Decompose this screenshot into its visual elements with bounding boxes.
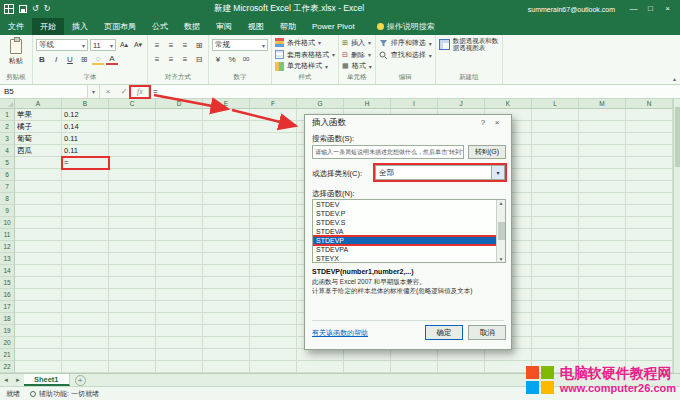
cell-C8[interactable] <box>109 193 156 205</box>
category-select[interactable]: 全部 ▾ <box>375 165 505 180</box>
cell-B18[interactable] <box>62 313 109 325</box>
cell-M14[interactable] <box>579 265 626 277</box>
cell-B17[interactable] <box>62 301 109 313</box>
cell-C5[interactable] <box>109 157 156 169</box>
row-header-20[interactable]: 20 <box>0 337 15 349</box>
align-bottom-icon[interactable]: ≡ <box>179 39 191 51</box>
cell-A13[interactable] <box>15 253 62 265</box>
cell-L17[interactable] <box>532 301 579 313</box>
conditional-formatting-button[interactable]: 条件格式 ▾ <box>275 37 335 49</box>
cell-A11[interactable] <box>15 229 62 241</box>
cell-L13[interactable] <box>532 253 579 265</box>
cell-N7[interactable] <box>626 181 673 193</box>
function-item-stdeva[interactable]: STDEVA <box>313 227 498 236</box>
font-size-select[interactable]: 11 ▾ <box>90 39 116 51</box>
tell-me-box[interactable]: 操作说明搜索 <box>377 18 435 35</box>
cell-L3[interactable] <box>532 133 579 145</box>
row-header-2[interactable]: 2 <box>0 121 15 133</box>
cell-A5[interactable] <box>15 157 62 169</box>
cell-C16[interactable] <box>109 289 156 301</box>
cell-F8[interactable] <box>250 193 297 205</box>
formula-input[interactable]: = <box>149 85 680 98</box>
fill-color-icon[interactable]: ◌ <box>92 53 104 65</box>
cell-M20[interactable] <box>579 337 626 349</box>
cell-G21[interactable] <box>297 349 344 361</box>
cell-F6[interactable] <box>250 169 297 181</box>
cell-K21[interactable] <box>485 349 532 361</box>
cell-A10[interactable] <box>15 217 62 229</box>
italic-icon[interactable]: I <box>50 53 62 65</box>
scroll-down-icon[interactable]: ▼ <box>499 256 504 262</box>
cell-E18[interactable] <box>203 313 250 325</box>
close-button[interactable]: × <box>659 0 676 18</box>
cell-A8[interactable] <box>15 193 62 205</box>
cell-F15[interactable] <box>250 277 297 289</box>
cell-E7[interactable] <box>203 181 250 193</box>
cell-I21[interactable] <box>391 349 438 361</box>
function-item-stdev-s[interactable]: STDEV.S <box>313 218 498 227</box>
cell-F13[interactable] <box>250 253 297 265</box>
column-header-L[interactable]: L <box>532 99 579 109</box>
undo-icon[interactable]: ↺ <box>32 5 39 13</box>
tab-formulas[interactable]: 公式 <box>144 18 176 35</box>
cell-D16[interactable] <box>156 289 203 301</box>
name-box-dropdown-icon[interactable]: ▾ <box>88 85 100 98</box>
decimal-format-icon[interactable]: 00 <box>240 53 252 65</box>
cell-F20[interactable] <box>250 337 297 349</box>
row-header-19[interactable]: 19 <box>0 325 15 337</box>
cell-D22[interactable] <box>156 361 203 373</box>
tab-view[interactable]: 视图 <box>240 18 272 35</box>
accessibility-status[interactable]: 辅助功能: 一切就绪 <box>30 389 99 399</box>
cell-C15[interactable] <box>109 277 156 289</box>
cell-A6[interactable] <box>15 169 62 181</box>
cell-M3[interactable] <box>579 133 626 145</box>
align-top-icon[interactable]: ≡ <box>151 39 163 51</box>
cell-L12[interactable] <box>532 241 579 253</box>
name-box[interactable]: B5 <box>0 85 88 98</box>
insert-function-button[interactable]: fx <box>132 85 148 98</box>
column-header-A[interactable]: A <box>15 99 62 109</box>
cell-C6[interactable] <box>109 169 156 181</box>
cell-M15[interactable] <box>579 277 626 289</box>
function-help-link[interactable]: 有关该函数的帮助 <box>312 328 368 338</box>
cell-N2[interactable] <box>626 121 673 133</box>
cell-A12[interactable] <box>15 241 62 253</box>
align-middle-icon[interactable]: ≡ <box>165 39 177 51</box>
cell-L20[interactable] <box>532 337 579 349</box>
dialog-title-bar[interactable]: 插入函数 ? × <box>305 115 511 130</box>
column-header-J[interactable]: J <box>438 99 485 109</box>
cell-A17[interactable] <box>15 301 62 313</box>
cell-D2[interactable] <box>156 121 203 133</box>
font-name-select[interactable]: 等线 ▾ <box>36 39 88 51</box>
cell-D6[interactable] <box>156 169 203 181</box>
cell-E3[interactable] <box>203 133 250 145</box>
cell-B20[interactable] <box>62 337 109 349</box>
cell-D3[interactable] <box>156 133 203 145</box>
column-header-F[interactable]: F <box>250 99 297 109</box>
cell-E20[interactable] <box>203 337 250 349</box>
cell-C10[interactable] <box>109 217 156 229</box>
cell-B21[interactable] <box>62 349 109 361</box>
row-header-17[interactable]: 17 <box>0 301 15 313</box>
cell-J21[interactable] <box>438 349 485 361</box>
cell-E17[interactable] <box>203 301 250 313</box>
row-header-6[interactable]: 6 <box>0 169 15 181</box>
cell-C7[interactable] <box>109 181 156 193</box>
cell-D10[interactable] <box>156 217 203 229</box>
column-header-M[interactable]: M <box>579 99 626 109</box>
cell-E14[interactable] <box>203 265 250 277</box>
row-header-21[interactable]: 21 <box>0 349 15 361</box>
cell-N19[interactable] <box>626 325 673 337</box>
cell-F10[interactable] <box>250 217 297 229</box>
cell-F4[interactable] <box>250 145 297 157</box>
cell-L18[interactable] <box>532 313 579 325</box>
cell-N1[interactable] <box>626 109 673 121</box>
cell-D9[interactable] <box>156 205 203 217</box>
sheet-nav-right-icon[interactable]: ► <box>12 377 24 383</box>
cell-D14[interactable] <box>156 265 203 277</box>
tab-help[interactable]: 帮助 <box>272 18 304 35</box>
format-cells-button[interactable]: ▦ 格式 ▾ <box>342 60 372 72</box>
cell-M8[interactable] <box>579 193 626 205</box>
cell-F17[interactable] <box>250 301 297 313</box>
cell-D17[interactable] <box>156 301 203 313</box>
